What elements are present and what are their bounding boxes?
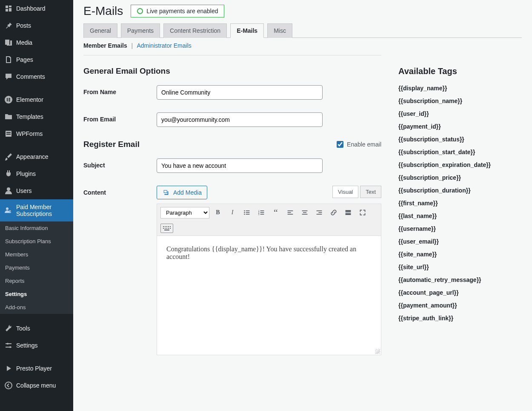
from-email-label: From Email (83, 112, 157, 123)
add-media-button[interactable]: Add Media (157, 186, 207, 199)
sidebar-item-paid-member-subscriptions[interactable]: $Paid Member Subscriptions (0, 199, 73, 221)
sidebar-item-collapse-menu[interactable]: Collapse menu (0, 377, 73, 394)
paragraph-select[interactable]: Paragraph (160, 207, 209, 218)
sidebar-item-plugins[interactable]: Plugins (0, 165, 73, 182)
tag-user-email[interactable]: {{user_email}} (398, 238, 518, 245)
sidebar-item-label: Templates (16, 113, 43, 120)
submenu-item-settings[interactable]: Settings (0, 287, 73, 301)
sidebar-item-dashboard[interactable]: Dashboard (0, 0, 73, 17)
read-more-icon[interactable] (342, 207, 354, 218)
bold-icon[interactable]: B (212, 207, 224, 218)
tab-payments[interactable]: Payments (121, 23, 160, 38)
sidebar-item-tools[interactable]: Tools (0, 320, 73, 337)
svg-rect-2 (9, 98, 10, 99)
sidebar-item-comments[interactable]: Comments (0, 68, 73, 85)
svg-rect-43 (163, 228, 164, 229)
tag-subscription-status[interactable]: {{subscription_status}} (398, 136, 518, 143)
submenu-item-basic-information[interactable]: Basic Information (0, 221, 73, 235)
keyboard-icon[interactable] (160, 224, 173, 233)
sidebar-item-wpforms[interactable]: WPForms (0, 125, 73, 142)
submenu-item-members[interactable]: Members (0, 248, 73, 261)
align-center-icon[interactable] (299, 207, 311, 218)
svg-rect-30 (303, 212, 306, 213)
tag-payment-amount[interactable]: {{payment_amount}} (398, 302, 518, 309)
tag-user-id[interactable]: {{user_id}} (398, 110, 518, 117)
svg-text:$: $ (9, 210, 11, 214)
tag-subscription-name[interactable]: {{subscription_name}} (398, 98, 518, 104)
align-right-icon[interactable] (313, 207, 325, 218)
from-name-input[interactable] (157, 85, 323, 100)
tag-stripe-auth-link[interactable]: {{stripe_auth_link}} (398, 315, 518, 322)
sidebar-item-presto-player[interactable]: Presto Player (0, 360, 73, 377)
sidebar-item-settings[interactable]: Settings (0, 337, 73, 354)
sliders-icon (4, 341, 13, 350)
content-editor[interactable]: Congratulations {{display_name}}! You ha… (157, 236, 381, 355)
align-left-icon[interactable] (284, 207, 296, 218)
tag-site-name[interactable]: {{site_name}} (398, 251, 518, 258)
tab-general[interactable]: General (83, 23, 117, 38)
bullet-list-icon[interactable] (241, 207, 253, 218)
tab-misc[interactable]: Misc (267, 23, 292, 38)
status-text: Live payments are enabled (146, 8, 218, 14)
plug-icon (4, 170, 13, 178)
sidebar-item-templates[interactable]: Templates (0, 108, 73, 125)
sidebar-item-label: Tools (16, 325, 30, 332)
from-email-input[interactable] (157, 112, 323, 127)
tag-username[interactable]: {{username}} (398, 225, 518, 232)
text-tab-button[interactable]: Text (360, 186, 381, 198)
tag-payment-id[interactable]: {{payment_id}} (398, 123, 518, 130)
subnav-admin-emails[interactable]: Administrator Emails (137, 42, 191, 49)
submenu-item-add-ons[interactable]: Add-ons (0, 301, 73, 314)
tag-subscription-expiration-date[interactable]: {{subscription_expiration_date}} (398, 161, 518, 168)
sidebar-item-label: Media (16, 39, 32, 46)
sidebar-item-posts[interactable]: Posts (0, 17, 73, 34)
sidebar-item-media[interactable]: Media (0, 34, 73, 51)
link-icon[interactable] (328, 207, 340, 218)
sidebar-item-label: Settings (16, 342, 38, 349)
admin-sidebar: DashboardPostsMediaPagesCommentsElemento… (0, 0, 73, 411)
enable-email-wrap[interactable]: Enable email (337, 141, 381, 148)
from-name-label: From Name (83, 85, 157, 95)
tag-last-name[interactable]: {{last_name}} (398, 213, 518, 219)
svg-rect-31 (302, 214, 308, 215)
numbered-list-icon[interactable]: 123 (255, 207, 267, 218)
italic-icon[interactable]: I (226, 207, 238, 218)
tag-display-name[interactable]: {{display_name}} (398, 85, 518, 92)
svg-point-11 (7, 343, 9, 345)
submenu-item-reports[interactable]: Reports (0, 274, 73, 287)
sidebar-item-users[interactable]: Users (0, 182, 73, 199)
email-subnav: Member Emails | Administrator Emails (83, 42, 381, 55)
tab-e-mails[interactable]: E-Mails (230, 23, 264, 38)
page-title: E-Mails (83, 4, 123, 18)
sidebar-item-pages[interactable]: Pages (0, 51, 73, 68)
sidebar-item-elementor[interactable]: Elementor (0, 91, 73, 108)
enable-email-checkbox[interactable] (337, 141, 343, 148)
tag-subscription-duration[interactable]: {{subscription_duration}} (398, 187, 518, 194)
subnav-member-emails[interactable]: Member Emails (83, 42, 127, 49)
sidebar-item-label: Plugins (16, 170, 36, 177)
sidebar-item-appearance[interactable]: Appearance (0, 148, 73, 165)
svg-text:3: 3 (258, 213, 260, 216)
submenu-item-payments[interactable]: Payments (0, 261, 73, 274)
tag-subscription-start-date[interactable]: {{subscription_start_date}} (398, 149, 518, 155)
svg-rect-7 (6, 134, 11, 135)
tag-account-page-url[interactable]: {{account_page_url}} (398, 289, 518, 296)
content-label: Content (83, 186, 157, 196)
tab-content-restriction[interactable]: Content Restriction (163, 23, 227, 38)
svg-point-14 (244, 210, 245, 211)
tag-first-name[interactable]: {{first_name}} (398, 200, 518, 207)
svg-rect-32 (317, 210, 322, 211)
visual-tab-button[interactable]: Visual (332, 186, 358, 198)
fullscreen-icon[interactable] (357, 207, 369, 218)
svg-rect-4 (9, 101, 10, 101)
tag-automatic-retry-message[interactable]: {{automatic_retry_message}} (398, 276, 518, 283)
dashboard-icon (4, 4, 13, 13)
tags-sidebar: Available Tags {{display_name}}{{subscri… (398, 60, 518, 368)
pin-icon (4, 21, 13, 30)
svg-rect-15 (246, 210, 250, 211)
submenu-item-subscription-plans[interactable]: Subscription Plans (0, 235, 73, 248)
subject-input[interactable] (157, 158, 323, 173)
tag-site-url[interactable]: {{site_url}} (398, 264, 518, 270)
quote-icon[interactable]: “ (270, 207, 282, 218)
tag-subscription-price[interactable]: {{subscription_price}} (398, 174, 518, 181)
